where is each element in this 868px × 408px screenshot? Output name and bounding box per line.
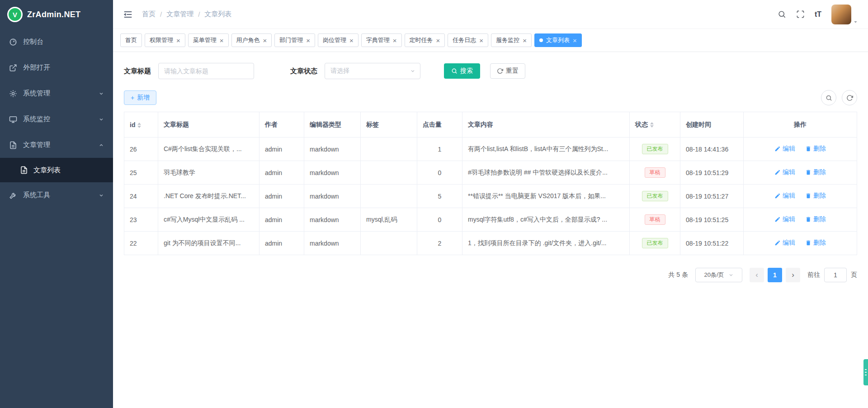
cell-actions: 编辑 删除: [744, 208, 857, 232]
edit-button[interactable]: 编辑: [774, 145, 795, 153]
page-number-button[interactable]: 1: [768, 268, 782, 282]
tab-close-icon[interactable]: ×: [306, 37, 310, 44]
tab-close-icon[interactable]: ×: [263, 37, 267, 44]
reset-button[interactable]: 重置: [490, 63, 525, 79]
sidebar-item-system-tools[interactable]: 系统工具: [0, 182, 113, 208]
sidebar-item-system-monitor[interactable]: 系统监控: [0, 106, 113, 132]
font-size-icon[interactable]: tT: [815, 10, 821, 19]
sidebar-item-label: 系统监控: [23, 115, 50, 123]
article-content: 有两个list,listA 和listB，listA中有三个属性列为St...: [468, 145, 608, 152]
breadcrumb-item-article-list: 文章列表: [204, 10, 231, 19]
search-button[interactable]: 搜索: [444, 63, 480, 79]
app-title: ZrAdmin.NET: [27, 10, 80, 19]
edit-button[interactable]: 编辑: [774, 215, 795, 223]
goto-unit-label: 页: [851, 271, 857, 279]
cell-id: 23: [124, 208, 158, 232]
delete-button[interactable]: 删除: [805, 215, 826, 223]
column-header-editor: 编辑器类型: [304, 112, 361, 138]
edit-button[interactable]: 编辑: [774, 192, 795, 200]
refresh-table-button[interactable]: [842, 90, 857, 105]
article-content: **错误提示** 当电脑更新 VS2017 版本后，如果...: [468, 192, 606, 199]
breadcrumb-item-article-management[interactable]: 文章管理: [166, 10, 193, 19]
tab[interactable]: 权限管理 ×: [145, 33, 185, 47]
menu-fold-icon[interactable]: [123, 9, 133, 19]
tab[interactable]: 用户角色 ×: [231, 33, 272, 47]
tab[interactable]: 岗位管理 ×: [318, 33, 359, 47]
edit-button[interactable]: 编辑: [774, 168, 795, 176]
table-row: 26 C#两个list集合实现关联，... admin markdown 1 有…: [124, 138, 857, 161]
column-header-tags: 标签: [361, 112, 417, 138]
title-filter-input[interactable]: [158, 63, 254, 79]
dashboard-icon: [9, 38, 17, 46]
tab-label: 字典管理: [366, 36, 390, 44]
sidebar-item-system-management[interactable]: 系统管理: [0, 81, 113, 106]
tab-close-icon[interactable]: ×: [349, 37, 354, 44]
tab[interactable]: 字典管理 ×: [361, 33, 402, 47]
plus-icon: +: [131, 94, 134, 101]
sort-icons[interactable]: [137, 123, 141, 128]
fullscreen-icon[interactable]: [796, 10, 805, 19]
next-page-button[interactable]: ›: [786, 268, 800, 282]
tab[interactable]: 文章列表 ×: [534, 33, 582, 47]
tab[interactable]: 任务日志 ×: [448, 33, 488, 47]
column-header-id[interactable]: id: [124, 112, 158, 138]
user-menu[interactable]: [831, 5, 858, 24]
sort-asc-icon[interactable]: [137, 123, 141, 125]
tab-close-icon[interactable]: ×: [220, 37, 224, 44]
sidebar-item-article-management[interactable]: 文章管理: [0, 132, 113, 158]
sort-icons[interactable]: [650, 122, 654, 128]
breadcrumb-separator: /: [198, 10, 200, 18]
tab-close-icon[interactable]: ×: [573, 37, 577, 44]
article-table: id 文章标题 作者 编辑器类型 标签 点击量 文章内容 状态 创建时间: [124, 112, 857, 255]
article-editor-type: markdown: [310, 169, 339, 176]
delete-button[interactable]: 删除: [805, 145, 826, 153]
column-header-status[interactable]: 状态: [630, 112, 680, 138]
app-logo[interactable]: V ZrAdmin.NET: [0, 0, 113, 29]
tab-close-icon[interactable]: ×: [479, 37, 483, 44]
goto-page-input[interactable]: [824, 268, 847, 282]
active-tab-dot: [539, 38, 543, 42]
search-icon[interactable]: [778, 10, 786, 19]
tab-close-icon[interactable]: ×: [393, 37, 397, 44]
tab-close-icon[interactable]: ×: [436, 37, 440, 44]
tab[interactable]: 服务监控 ×: [491, 33, 532, 47]
delete-button-label: 删除: [813, 215, 826, 223]
tab[interactable]: 菜单管理 ×: [188, 33, 229, 47]
status-badge: 已发布: [642, 238, 668, 249]
tab[interactable]: 定时任务 ×: [405, 33, 445, 47]
article-clicks: 0: [438, 216, 442, 223]
toggle-search-button[interactable]: [821, 90, 836, 105]
delete-button[interactable]: 删除: [805, 168, 826, 176]
edit-button[interactable]: 编辑: [774, 239, 795, 247]
article-id: 24: [130, 193, 137, 200]
goto-page: 前往 页: [807, 268, 857, 282]
edit-button-label: 编辑: [783, 215, 795, 223]
sort-desc-icon[interactable]: [137, 126, 141, 128]
tab[interactable]: 首页: [120, 33, 142, 47]
article-title: 羽毛球教学: [164, 169, 195, 176]
sort-asc-icon[interactable]: [650, 122, 654, 124]
sidebar-subitem-label: 文章列表: [33, 166, 61, 175]
article-editor-type: markdown: [310, 146, 339, 153]
tab-close-icon[interactable]: ×: [176, 37, 180, 44]
tab-close-icon[interactable]: ×: [523, 37, 527, 44]
status-filter-select[interactable]: 请选择: [325, 63, 420, 79]
article-id: 22: [130, 240, 137, 247]
delete-button[interactable]: 删除: [805, 192, 826, 200]
side-widget-handle[interactable]: [863, 359, 868, 385]
delete-button[interactable]: 删除: [805, 239, 826, 247]
page-buttons: ‹ 1 ›: [750, 268, 800, 282]
page-size-select[interactable]: 20条/页: [695, 268, 742, 282]
sidebar-item-article-list[interactable]: 文章列表: [0, 158, 113, 182]
cell-author: admin: [259, 208, 304, 232]
sort-desc-icon[interactable]: [650, 125, 654, 128]
sidebar-item-label: 文章管理: [23, 141, 50, 149]
breadcrumb-item-home[interactable]: 首页: [142, 10, 156, 19]
sidebar-item-external[interactable]: 外部打开: [0, 55, 113, 81]
column-label: 作者: [265, 121, 278, 128]
prev-page-button[interactable]: ‹: [750, 268, 764, 282]
sidebar-item-dashboard[interactable]: 控制台: [0, 29, 113, 55]
status-badge: 草稿: [645, 214, 665, 225]
add-button[interactable]: + 新增: [124, 90, 156, 105]
tab[interactable]: 部门管理 ×: [274, 33, 315, 47]
